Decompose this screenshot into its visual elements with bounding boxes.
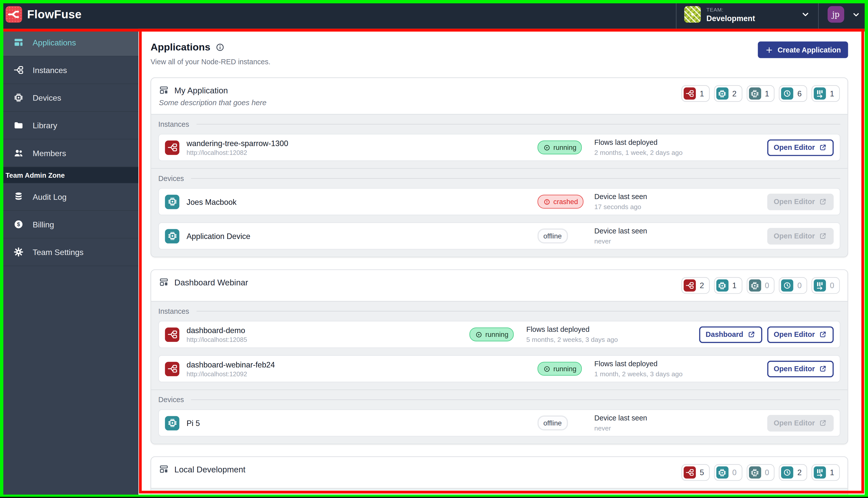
external-link-icon	[819, 198, 827, 206]
team-selector[interactable]: TEAM: Development	[676, 0, 818, 29]
device-row[interactable]: Joes Macbook crashed Device last seen 17…	[158, 188, 840, 215]
divider	[191, 399, 840, 400]
create-application-button[interactable]: Create Application	[758, 41, 848, 58]
sidebar-item-library[interactable]: Library	[0, 112, 138, 139]
application-card-header[interactable]: My Application Some description that goe…	[151, 78, 848, 114]
application-name: My Application	[174, 86, 228, 95]
device-icon	[165, 229, 179, 243]
snapshots-icon	[781, 467, 793, 479]
application-name: Dashboard Webinar	[174, 277, 248, 287]
user-menu[interactable]: jp	[818, 0, 868, 29]
device-groups-icon	[749, 279, 761, 291]
sidebar-item-members[interactable]: Members	[0, 139, 138, 167]
brand-name: FlowFuse	[27, 8, 82, 21]
instances-section: Instances	[151, 488, 848, 498]
device-row[interactable]: Pi 5 offline Device last seen never Open…	[158, 409, 840, 436]
team-name: Development	[706, 14, 755, 22]
stat-devices: 1	[714, 277, 742, 294]
meta-value: 5 months, 2 weeks, 3 days ago	[526, 336, 699, 344]
team-avatar	[684, 6, 701, 23]
stat-device-groups: 0	[747, 464, 775, 481]
application-card-header[interactable]: Dashboard Webinar 2 1 0	[151, 270, 848, 301]
sidebar-item-team-settings[interactable]: Team Settings	[0, 238, 138, 266]
device-row[interactable]: Application Device offline Device last s…	[158, 222, 840, 249]
snapshots-icon	[781, 279, 793, 291]
application-icon	[159, 464, 169, 474]
application-card-dashboard-webinar: Dashboard Webinar 2 1 0	[151, 269, 848, 444]
device-icon	[165, 416, 179, 430]
instance-url: http://localhost:12085	[186, 336, 469, 343]
stat-snapshots: 6	[779, 85, 807, 102]
divider	[196, 311, 840, 312]
application-stats: 2 1 0 0 0	[682, 277, 840, 294]
annotation-bottom-edge	[0, 497, 868, 498]
sidebar-item-instances[interactable]: Instances	[0, 56, 138, 84]
instances-section: Instances wandering-tree-sparrow-1300 ht…	[151, 114, 848, 168]
instance-name: dashboard-demo	[186, 326, 469, 335]
sidebar-item-audit-log[interactable]: Audit Log	[0, 183, 138, 211]
meta-title: Flows last deployed	[526, 325, 699, 333]
instance-row[interactable]: wandering-tree-sparrow-1300 http://local…	[158, 134, 840, 161]
external-link-icon	[819, 330, 827, 339]
device-groups-icon	[749, 87, 761, 100]
sidebar-item-billing[interactable]: Billing	[0, 211, 138, 238]
devices-icon	[13, 92, 24, 103]
meta-title: Device last seen	[594, 414, 767, 422]
application-card-my-application: My Application Some description that goe…	[151, 78, 848, 257]
open-editor-button-disabled[interactable]: Open Editor	[767, 193, 833, 210]
application-name: Local Development	[174, 464, 245, 474]
status-badge: running	[469, 328, 514, 341]
stat-pipelines: 1	[812, 464, 840, 481]
dashboard-button[interactable]: Dashboard	[699, 326, 762, 343]
stat-snapshots: 0	[779, 277, 807, 294]
open-editor-button-disabled[interactable]: Open Editor	[767, 228, 833, 244]
instance-url: http://localhost:12082	[186, 149, 537, 156]
application-card-header[interactable]: Local Development 5 0 0	[151, 457, 848, 488]
meta-title: Flows last deployed	[594, 138, 767, 147]
team-meta: TEAM: Development	[706, 6, 755, 22]
sidebar-item-label: Applications	[33, 38, 76, 47]
instance-row[interactable]: dashboard-demo http://localhost:12085 ru…	[158, 321, 840, 348]
open-editor-button-disabled[interactable]: Open Editor	[767, 415, 833, 431]
play-circle-icon	[543, 144, 550, 152]
page-title: Applications	[151, 41, 210, 53]
open-editor-button[interactable]: Open Editor	[767, 139, 833, 156]
play-circle-icon	[543, 365, 550, 373]
chevron-down-icon	[852, 10, 861, 19]
app-window: FlowFuse TEAM: Development jp	[0, 0, 868, 498]
applications-icon	[13, 37, 24, 48]
status-badge: crashed	[537, 195, 583, 209]
flowfuse-logo[interactable]: FlowFuse	[0, 6, 82, 23]
instances-icon	[13, 65, 24, 75]
sidebar-item-applications[interactable]: Applications	[0, 29, 138, 56]
sidebar-item-label: Devices	[33, 93, 61, 102]
navbar-right: TEAM: Development jp	[676, 0, 868, 29]
meta-title: Device last seen	[594, 227, 767, 235]
stat-instances: 5	[682, 464, 710, 481]
device-name: Pi 5	[186, 418, 537, 427]
device-icon	[165, 195, 179, 209]
billing-icon	[13, 219, 24, 230]
sidebar-item-label: Billing	[33, 220, 54, 229]
sidebar-item-devices[interactable]: Devices	[0, 84, 138, 112]
devices-icon	[716, 279, 728, 291]
application-list: My Application Some description that goe…	[151, 78, 848, 498]
application-card-local-development: Local Development 5 0 0	[151, 456, 848, 498]
page-subtitle: View all of your Node-RED instances.	[151, 57, 271, 66]
sidebar: Applications Instances Devices Library M…	[0, 29, 138, 498]
node-red-instance-icon	[165, 362, 179, 376]
stat-devices: 2	[714, 85, 742, 102]
open-editor-button[interactable]: Open Editor	[767, 326, 833, 343]
screenshot: FlowFuse TEAM: Development jp	[0, 0, 868, 498]
sidebar-item-label: Team Settings	[33, 248, 83, 256]
play-circle-icon	[475, 331, 482, 338]
status-badge: running	[537, 362, 582, 376]
main-content: Applications View all of your Node-RED i…	[138, 29, 868, 498]
info-icon[interactable]	[215, 43, 224, 52]
open-editor-button[interactable]: Open Editor	[767, 361, 833, 377]
instance-row[interactable]: dashboard-webinar-feb24 http://localhost…	[158, 355, 840, 382]
plus-icon	[765, 46, 773, 54]
device-name: Application Device	[186, 232, 537, 240]
team-label: TEAM:	[706, 6, 755, 12]
status-badge: running	[537, 141, 582, 154]
